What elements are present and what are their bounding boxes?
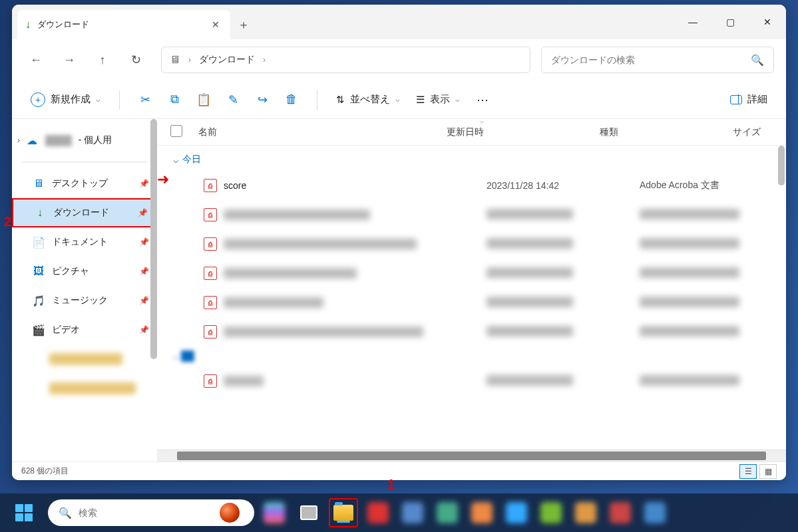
sidebar-music[interactable]: 🎵 ミュージック 📌 — [12, 286, 157, 315]
download-icon: ↓ — [25, 19, 31, 31]
sidebar-documents[interactable]: 📄 ドキュメント 📌 — [12, 227, 157, 257]
sidebar-desktop[interactable]: 🖥 デスクトップ 📌 — [12, 169, 157, 198]
tab-downloads[interactable]: ↓ ダウンロード ✕ — [17, 10, 230, 39]
pc-icon: 🖥 — [170, 54, 180, 66]
taskbar-app-blurred[interactable] — [606, 498, 635, 527]
desktop-icon: 🖥 — [32, 177, 45, 190]
close-window-button[interactable]: ✕ — [749, 7, 786, 37]
details-view-toggle[interactable]: ☰ — [739, 464, 757, 479]
status-bar: 628 個の項目 ☰ ▦ — [12, 462, 786, 480]
horizontal-scrollbar[interactable] — [157, 450, 786, 462]
taskbar-copilot[interactable] — [260, 498, 289, 527]
chevron-right-icon: › — [17, 136, 20, 145]
taskbar-app-blurred[interactable] — [640, 498, 670, 527]
pin-icon: 📌 — [138, 208, 148, 217]
nav-toolbar: ← → ↑ ↻ 🖥 › ダウンロード › 🔍 — [12, 39, 786, 80]
videos-icon: 🎬 — [32, 323, 45, 336]
copy-button[interactable]: ⧉ — [161, 86, 188, 113]
close-tab-icon[interactable]: ✕ — [209, 18, 222, 31]
chevron-right-icon: › — [263, 55, 266, 65]
file-row-blurred[interactable]: ⎙ — [170, 200, 773, 229]
more-button[interactable]: ⋯ — [469, 86, 496, 113]
taskbar-app-blurred[interactable] — [536, 498, 566, 527]
folder-icon — [333, 505, 353, 521]
sidebar-scrollbar[interactable] — [150, 119, 157, 359]
search-box[interactable]: 🔍 — [541, 47, 774, 73]
column-date[interactable]: ⌵更新日時 — [447, 126, 600, 138]
maximize-button[interactable]: ▢ — [711, 7, 749, 37]
search-icon[interactable]: 🔍 — [751, 54, 764, 66]
chevron-right-icon: › — [188, 55, 191, 65]
delete-button[interactable]: 🗑 — [278, 86, 305, 113]
sidebar-onedrive[interactable]: › ☁ ████ - 個人用 — [12, 126, 157, 155]
forward-button[interactable]: → — [55, 45, 84, 74]
annotation-arrow: ➜ — [157, 171, 169, 188]
download-icon: ↓ — [33, 206, 47, 219]
sidebar-downloads[interactable]: ↓ ダウンロード 📌 — [12, 198, 157, 227]
column-name[interactable]: 名前 — [190, 126, 447, 138]
annotation-2: 2 — [4, 214, 11, 229]
column-headers: 名前 ⌵更新日時 種類 サイズ — [157, 119, 786, 146]
sidebar-blurred-item[interactable] — [12, 344, 157, 374]
taskbar-search-input[interactable] — [79, 507, 213, 518]
cut-button[interactable]: ✂ — [132, 86, 158, 113]
group-today[interactable]: ⌵ 今日 — [170, 150, 773, 171]
explorer-window: ↓ ダウンロード ✕ ＋ — ▢ ✕ ← → ↑ ↻ 🖥 › ダウンロード › … — [12, 5, 786, 480]
group-blurred[interactable]: ⌵ ██ — [170, 346, 773, 366]
refresh-button[interactable]: ↻ — [121, 45, 150, 74]
column-type[interactable]: 種類 — [600, 126, 733, 138]
new-button[interactable]: + 新規作成 ⌵ — [24, 88, 107, 111]
pdf-icon: ⎙ — [204, 296, 217, 309]
taskbar-app-blurred[interactable] — [502, 498, 531, 527]
taskbar-app-blurred[interactable] — [467, 498, 497, 527]
select-all-checkbox[interactable] — [170, 125, 182, 137]
taskbar: 🔍 — [0, 493, 798, 532]
chevron-down-icon: ⌵ — [455, 95, 460, 104]
file-row-blurred[interactable]: ⎙ — [170, 259, 773, 288]
file-row-blurred[interactable]: ⎙ — [170, 317, 773, 346]
pdf-icon: ⎙ — [204, 208, 217, 221]
file-row-blurred[interactable]: ⎙ — [170, 366, 773, 396]
titlebar: ↓ ダウンロード ✕ ＋ — ▢ ✕ — [12, 5, 786, 39]
sidebar-pictures[interactable]: 🖼 ピクチャ 📌 — [12, 257, 157, 286]
taskbar-taskview[interactable] — [294, 498, 323, 527]
file-list: ⌵ 今日 ➜ ⎙ score 2023/11/28 14:42 Adobe Ac… — [157, 146, 786, 450]
taskbar-search[interactable]: 🔍 — [48, 499, 254, 526]
up-button[interactable]: ↑ — [88, 45, 117, 74]
rename-button[interactable]: ✎ — [220, 86, 246, 113]
music-icon: 🎵 — [32, 294, 45, 307]
sidebar-videos[interactable]: 🎬 ビデオ 📌 — [12, 315, 157, 344]
thumbnails-view-toggle[interactable]: ▦ — [759, 464, 777, 479]
taskbar-app-blurred[interactable] — [363, 498, 393, 527]
column-size[interactable]: サイズ — [733, 126, 773, 138]
annotation-1: 1 — [387, 477, 395, 492]
windows-icon — [15, 504, 33, 521]
minimize-button[interactable]: — — [674, 7, 711, 37]
view-icon: ☰ — [416, 94, 425, 106]
new-tab-button[interactable]: ＋ — [230, 11, 257, 38]
sort-indicator-icon: ⌵ — [480, 119, 484, 124]
taskbar-app-blurred[interactable] — [398, 498, 427, 527]
vertical-scrollbar[interactable] — [778, 146, 785, 186]
details-pane-button[interactable]: 詳細 — [723, 89, 774, 110]
start-button[interactable] — [9, 498, 39, 527]
back-button[interactable]: ← — [21, 45, 51, 74]
details-pane-icon — [730, 95, 742, 104]
breadcrumb-segment[interactable]: ダウンロード — [199, 54, 255, 66]
file-row-blurred[interactable]: ⎙ — [170, 229, 773, 259]
search-input[interactable] — [551, 55, 751, 65]
file-row-score[interactable]: ⎙ score 2023/11/28 14:42 Adobe Acroba 文書 — [170, 171, 773, 200]
pin-icon: 📌 — [139, 179, 149, 188]
share-button[interactable]: ↪ — [249, 86, 276, 113]
taskbar-explorer[interactable] — [329, 498, 358, 527]
sidebar-blurred-item[interactable] — [12, 374, 157, 403]
file-row-blurred[interactable]: ⎙ — [170, 288, 773, 317]
sort-button[interactable]: ⇅ 並べ替え ⌵ — [329, 89, 407, 110]
taskbar-app-blurred[interactable] — [571, 498, 600, 527]
chevron-down-icon: ⌵ — [173, 154, 178, 165]
pdf-icon: ⎙ — [204, 374, 217, 388]
taskbar-app-blurred[interactable] — [433, 498, 462, 527]
paste-button[interactable]: 📋 — [190, 86, 217, 113]
address-bar[interactable]: 🖥 › ダウンロード › — [161, 47, 530, 73]
view-button[interactable]: ☰ 表示 ⌵ — [409, 89, 467, 110]
